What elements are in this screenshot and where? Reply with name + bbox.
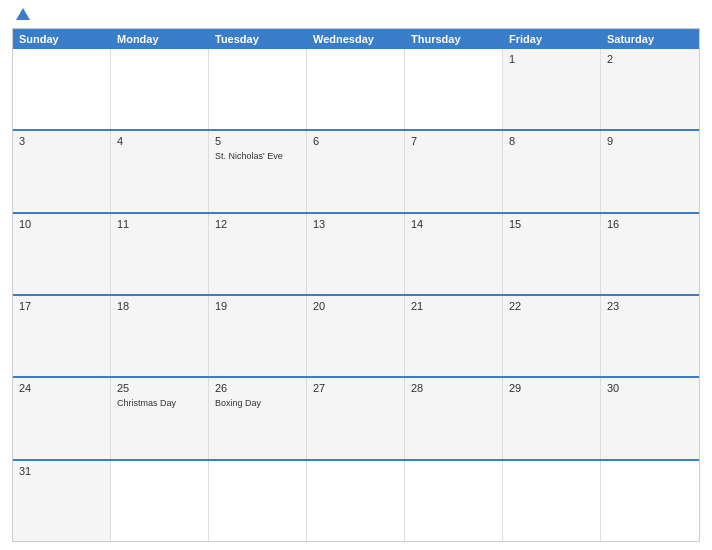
calendar-grid: Sunday Monday Tuesday Wednesday Thursday… bbox=[12, 28, 700, 542]
day-cell-3-6: 23 bbox=[601, 296, 699, 376]
day-cell-5-0: 31 bbox=[13, 461, 111, 541]
day-header-wed: Wednesday bbox=[307, 29, 405, 49]
day-number: 24 bbox=[19, 382, 104, 394]
week-row-1: 345St. Nicholas' Eve6789 bbox=[13, 129, 699, 211]
day-number: 7 bbox=[411, 135, 496, 147]
calendar-page: Sunday Monday Tuesday Wednesday Thursday… bbox=[0, 0, 712, 550]
week-row-5: 31 bbox=[13, 459, 699, 541]
day-cell-1-5: 8 bbox=[503, 131, 601, 211]
logo bbox=[12, 10, 30, 20]
day-cell-0-4 bbox=[405, 49, 503, 129]
day-number: 25 bbox=[117, 382, 202, 394]
day-cell-4-3: 27 bbox=[307, 378, 405, 458]
day-cell-4-5: 29 bbox=[503, 378, 601, 458]
day-cell-3-4: 21 bbox=[405, 296, 503, 376]
day-cell-2-0: 10 bbox=[13, 214, 111, 294]
day-header-thu: Thursday bbox=[405, 29, 503, 49]
day-number: 1 bbox=[509, 53, 594, 65]
day-cell-2-1: 11 bbox=[111, 214, 209, 294]
day-cell-4-1: 25Christmas Day bbox=[111, 378, 209, 458]
day-cell-1-2: 5St. Nicholas' Eve bbox=[209, 131, 307, 211]
day-cell-5-4 bbox=[405, 461, 503, 541]
day-number: 23 bbox=[607, 300, 693, 312]
day-cell-5-3 bbox=[307, 461, 405, 541]
day-cell-0-1 bbox=[111, 49, 209, 129]
day-cell-3-2: 19 bbox=[209, 296, 307, 376]
holiday-label: Boxing Day bbox=[215, 398, 300, 408]
day-number: 20 bbox=[313, 300, 398, 312]
day-number: 14 bbox=[411, 218, 496, 230]
day-number: 31 bbox=[19, 465, 104, 477]
day-cell-3-5: 22 bbox=[503, 296, 601, 376]
day-number: 29 bbox=[509, 382, 594, 394]
day-cell-0-2 bbox=[209, 49, 307, 129]
header bbox=[12, 10, 700, 20]
day-number: 30 bbox=[607, 382, 693, 394]
day-cell-5-6 bbox=[601, 461, 699, 541]
day-cell-1-1: 4 bbox=[111, 131, 209, 211]
day-cell-5-2 bbox=[209, 461, 307, 541]
day-number: 26 bbox=[215, 382, 300, 394]
holiday-label: St. Nicholas' Eve bbox=[215, 151, 300, 161]
weeks-container: 12345St. Nicholas' Eve678910111213141516… bbox=[13, 49, 699, 541]
day-number: 11 bbox=[117, 218, 202, 230]
day-cell-0-0 bbox=[13, 49, 111, 129]
week-row-3: 17181920212223 bbox=[13, 294, 699, 376]
holiday-label: Christmas Day bbox=[117, 398, 202, 408]
day-cell-2-5: 15 bbox=[503, 214, 601, 294]
day-header-sat: Saturday bbox=[601, 29, 699, 49]
day-number: 3 bbox=[19, 135, 104, 147]
day-number: 22 bbox=[509, 300, 594, 312]
day-cell-2-3: 13 bbox=[307, 214, 405, 294]
day-cell-2-4: 14 bbox=[405, 214, 503, 294]
day-number: 19 bbox=[215, 300, 300, 312]
week-row-2: 10111213141516 bbox=[13, 212, 699, 294]
day-cell-0-3 bbox=[307, 49, 405, 129]
day-cell-1-6: 9 bbox=[601, 131, 699, 211]
day-cell-3-1: 18 bbox=[111, 296, 209, 376]
day-number: 18 bbox=[117, 300, 202, 312]
day-header-sun: Sunday bbox=[13, 29, 111, 49]
day-header-fri: Friday bbox=[503, 29, 601, 49]
day-header-mon: Monday bbox=[111, 29, 209, 49]
day-number: 4 bbox=[117, 135, 202, 147]
day-number: 6 bbox=[313, 135, 398, 147]
day-number: 9 bbox=[607, 135, 693, 147]
day-cell-5-5 bbox=[503, 461, 601, 541]
day-cell-3-0: 17 bbox=[13, 296, 111, 376]
day-cell-2-2: 12 bbox=[209, 214, 307, 294]
day-cell-4-4: 28 bbox=[405, 378, 503, 458]
day-number: 21 bbox=[411, 300, 496, 312]
day-cell-0-5: 1 bbox=[503, 49, 601, 129]
day-number: 2 bbox=[607, 53, 693, 65]
day-number: 10 bbox=[19, 218, 104, 230]
week-row-4: 2425Christmas Day26Boxing Day27282930 bbox=[13, 376, 699, 458]
day-number: 28 bbox=[411, 382, 496, 394]
day-cell-1-3: 6 bbox=[307, 131, 405, 211]
day-header-tue: Tuesday bbox=[209, 29, 307, 49]
day-cell-4-6: 30 bbox=[601, 378, 699, 458]
day-cell-4-0: 24 bbox=[13, 378, 111, 458]
week-row-0: 12 bbox=[13, 49, 699, 129]
day-headers-row: Sunday Monday Tuesday Wednesday Thursday… bbox=[13, 29, 699, 49]
day-number: 5 bbox=[215, 135, 300, 147]
day-cell-1-0: 3 bbox=[13, 131, 111, 211]
day-number: 8 bbox=[509, 135, 594, 147]
day-cell-4-2: 26Boxing Day bbox=[209, 378, 307, 458]
day-cell-2-6: 16 bbox=[601, 214, 699, 294]
day-cell-3-3: 20 bbox=[307, 296, 405, 376]
day-number: 17 bbox=[19, 300, 104, 312]
day-number: 13 bbox=[313, 218, 398, 230]
day-cell-5-1 bbox=[111, 461, 209, 541]
day-cell-1-4: 7 bbox=[405, 131, 503, 211]
day-number: 16 bbox=[607, 218, 693, 230]
day-cell-0-6: 2 bbox=[601, 49, 699, 129]
day-number: 27 bbox=[313, 382, 398, 394]
day-number: 15 bbox=[509, 218, 594, 230]
day-number: 12 bbox=[215, 218, 300, 230]
logo-triangle-icon bbox=[16, 8, 30, 20]
